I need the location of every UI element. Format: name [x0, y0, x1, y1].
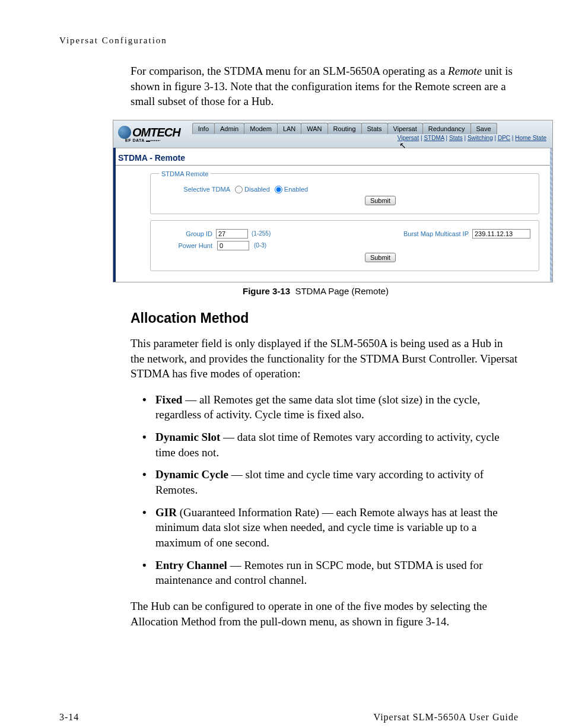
selective-tdma-enabled[interactable]: Enabled — [275, 186, 308, 193]
comtech-logo: OMTECH — [113, 126, 180, 139]
screenshot-content: STDMA Remote Selective TDMA Disabled Ena… — [113, 166, 552, 282]
screenshot-page-title: STDMA - Remote — [113, 148, 552, 166]
tab-info[interactable]: Info — [192, 123, 215, 134]
footer-doc-title: Vipersat SLM-5650A User Guide — [374, 712, 519, 723]
radio-enabled[interactable] — [275, 186, 282, 193]
sublink-stdma[interactable]: STDMA — [424, 135, 444, 141]
desc-fixed: — all Remotes get the same data slot tim… — [155, 393, 480, 421]
stdma-remote-fieldset: STDMA Remote Selective TDMA Disabled Ena… — [150, 170, 539, 214]
radio-disabled[interactable] — [235, 186, 243, 193]
footer-page-number: 3-14 — [59, 712, 79, 723]
submit-button-1[interactable]: Submit — [365, 196, 396, 205]
logo-text: OMTECH — [132, 126, 180, 139]
term-gir: GIR — [155, 506, 177, 519]
figure-caption-label: Figure 3-13 — [243, 286, 290, 296]
selective-tdma-label: Selective TDMA — [159, 186, 230, 193]
power-hunt-input[interactable] — [217, 241, 249, 250]
list-item-gir: GIR (Guaranteed Information Rate) — each… — [142, 505, 519, 551]
allocation-modes-list: Fixed — all Remotes get the same data sl… — [142, 392, 519, 588]
page-footer: 3-14 Vipersat SLM-5650A User Guide — [59, 712, 519, 723]
submit-button-2[interactable]: Submit — [365, 253, 396, 262]
list-item-fixed: Fixed — all Remotes get the same data sl… — [142, 392, 519, 422]
list-item-entry-channel: Entry Channel — Remotes run in SCPC mode… — [142, 558, 519, 588]
sublink-home-state[interactable]: Home State — [515, 135, 546, 141]
list-item-dynamic-cycle: Dynamic Cycle — slot time and cycle time… — [142, 467, 519, 497]
figure-caption: Figure 3-13 STDMA Page (Remote) — [113, 286, 519, 296]
term-entry-channel: Entry Channel — [155, 559, 227, 571]
intro-pre: For comparison, the STDMA menu for an SL… — [131, 65, 448, 77]
running-header: Vipersat Configuration — [59, 36, 519, 46]
tab-vipersat[interactable]: Vipersat — [387, 123, 423, 134]
nav-tabs: Info Admin Modem LAN WAN Routing Stats V… — [192, 123, 497, 134]
intro-remote-word: Remote — [448, 65, 482, 77]
allocation-method-heading: Allocation Method — [131, 310, 519, 326]
group-id-input[interactable] — [216, 229, 248, 239]
globe-icon — [118, 126, 131, 139]
figure-3-13: OMTECH EF DATA ▬▪▪▪▪▪· Info Admin Modem … — [113, 120, 519, 296]
burst-map-label: Burst Map Multicast IP — [403, 230, 469, 237]
list-item-dynamic-slot: Dynamic Slot — data slot time of Remotes… — [142, 430, 519, 460]
tab-redundancy[interactable]: Redundancy — [422, 123, 471, 134]
figure-caption-text: STDMA Page (Remote) — [295, 286, 389, 296]
stdma-remote-screenshot: OMTECH EF DATA ▬▪▪▪▪▪· Info Admin Modem … — [113, 120, 553, 282]
tab-lan[interactable]: LAN — [277, 123, 301, 134]
tab-modem[interactable]: Modem — [244, 123, 278, 134]
radio-disabled-label: Disabled — [244, 186, 270, 193]
term-fixed: Fixed — [155, 393, 182, 406]
stdma-remote-legend: STDMA Remote — [159, 170, 211, 177]
group-id-label: Group ID — [159, 230, 212, 237]
cursor-icon: ↖ — [399, 141, 406, 150]
tab-save[interactable]: Save — [470, 123, 497, 134]
sublink-stats[interactable]: Stats — [449, 135, 463, 141]
tab-wan[interactable]: WAN — [301, 123, 327, 134]
radio-enabled-label: Enabled — [284, 186, 308, 193]
selective-tdma-disabled[interactable]: Disabled — [235, 186, 270, 193]
screenshot-topbar: OMTECH EF DATA ▬▪▪▪▪▪· Info Admin Modem … — [113, 120, 552, 148]
power-hunt-label: Power Hunt — [159, 242, 212, 249]
sub-nav-links: Vipersat | STDMA | Stats | Switching | D… — [398, 135, 546, 141]
group-fieldset: Group ID (1-255) Burst Map Multicast IP … — [150, 220, 539, 271]
sublink-switching[interactable]: Switching — [468, 135, 493, 141]
tab-routing[interactable]: Routing — [327, 123, 362, 134]
intro-paragraph: For comparison, the STDMA menu for an SL… — [131, 63, 519, 109]
power-hunt-range: (0-3) — [254, 242, 266, 249]
burst-map-input[interactable] — [472, 229, 530, 239]
closing-paragraph: The Hub can be configured to operate in … — [131, 599, 519, 629]
allocation-intro-paragraph: This parameter field is only displayed i… — [131, 336, 519, 382]
tab-admin[interactable]: Admin — [214, 123, 244, 134]
desc-gir: (Guaranteed Information Rate) — each Rem… — [155, 506, 498, 549]
group-id-range: (1-255) — [252, 230, 271, 237]
term-dynamic-cycle: Dynamic Cycle — [155, 468, 228, 481]
tab-stats[interactable]: Stats — [361, 123, 388, 134]
sublink-dpc[interactable]: DPC — [498, 135, 510, 141]
term-dynamic-slot: Dynamic Slot — [155, 431, 220, 443]
